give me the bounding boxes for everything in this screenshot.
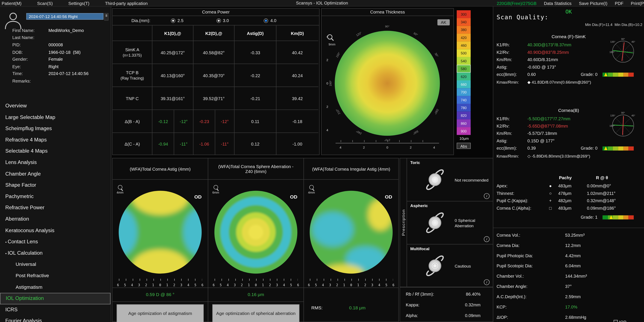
field-gender: Gender:Female bbox=[0, 55, 111, 63]
row-label-tnp: TNP C bbox=[112, 87, 152, 110]
ak-button[interactable]: AK bbox=[438, 19, 450, 25]
svg-text:120°: 120° bbox=[356, 31, 362, 37]
radio-selected-icon[interactable] bbox=[264, 18, 268, 23]
iop-checkbox[interactable]: IOP bbox=[614, 320, 626, 322]
apex-marker-icon: ● bbox=[549, 183, 552, 188]
menu-print[interactable]: Print(P bbox=[631, 1, 644, 5]
wfa-sphere-map: 6mm OD 6 5 4 3 2 1 0 1 2 3 4 5 6 bbox=[208, 180, 304, 288]
exam-scrollbar[interactable] bbox=[104, 13, 108, 20]
info-icon[interactable]: i bbox=[484, 279, 490, 285]
svg-text:180°: 180° bbox=[329, 80, 332, 86]
svg-text:9mm: 9mm bbox=[329, 43, 336, 46]
alpha-row: Alpha:0.09mm bbox=[406, 313, 480, 319]
sidebar-item-refractive-power[interactable]: Refractive Power bbox=[0, 202, 110, 214]
svg-text:2: 2 bbox=[326, 58, 328, 62]
color-scale: 300 340 380 420 460 500 540 580 620 660 … bbox=[457, 10, 472, 149]
rms-result: RMS: 0.18 μm bbox=[304, 288, 398, 322]
menu-pdf[interactable]: PDF bbox=[615, 1, 624, 5]
chamber-angle-row: Chamber Angle:37° bbox=[496, 284, 642, 291]
cell: 39.52@71° bbox=[194, 87, 234, 110]
wfa-irregular-panel: (WFA)Total Cornea Irregular Astig (4mm) bbox=[304, 158, 399, 322]
svg-text:330°: 330° bbox=[434, 108, 440, 115]
svg-text:2: 2 bbox=[363, 146, 365, 149]
checkbox-icon[interactable] bbox=[614, 320, 618, 322]
row-label-delta-ba: Δ(B - A) bbox=[112, 110, 152, 133]
radio-icon[interactable] bbox=[171, 18, 176, 23]
sidebar-item-icrs[interactable]: ICRS bbox=[0, 304, 110, 316]
sidebar-item-iol-optimization[interactable]: IOL Optimization bbox=[0, 293, 110, 304]
svg-text:2: 2 bbox=[410, 146, 412, 149]
sidebar-item-lens-analysis[interactable]: Lens Analysis bbox=[0, 157, 110, 168]
sidebar-item-overview[interactable]: Overview bbox=[0, 101, 110, 112]
dia-option-2-5[interactable]: 2.5 bbox=[171, 18, 184, 23]
svg-text:4: 4 bbox=[340, 146, 342, 149]
menu-patient[interactable]: Patient(M) bbox=[2, 1, 22, 5]
prescription-multifocal[interactable]: Multifocal Cautious i bbox=[407, 244, 493, 288]
dia-option-3-0[interactable]: 3.0 bbox=[216, 18, 229, 23]
cornea-vol-row: Cornea Vol.:53.25mm³ bbox=[496, 233, 642, 240]
prescription-toric[interactable]: Toric Not recommended i bbox=[407, 159, 493, 201]
wfa-irregular-title: (WFA)Total Cornea Irregular Astig (4mm) bbox=[304, 159, 398, 180]
menu-data-statistics[interactable]: Data Statistics bbox=[544, 1, 572, 5]
age-optimization-astig-button[interactable]: Age optimization of astigmatism bbox=[116, 305, 204, 322]
sidebar-item-universal[interactable]: Universal bbox=[0, 259, 110, 270]
menu-save-picture[interactable]: Save Picture(I) bbox=[579, 1, 608, 5]
exam-selector[interactable]: 2024-07-12 14:40:56 Right bbox=[26, 13, 104, 20]
radio-icon[interactable] bbox=[216, 18, 221, 23]
iop-row: ΔIOP:2.68mmHgIOP bbox=[496, 315, 642, 322]
sidebar-item-keratoconus-analysis[interactable]: Keratoconus Analysis bbox=[0, 225, 110, 236]
back-ecc-row: ecc(8mm):0.39Grade: 0 bbox=[496, 146, 642, 153]
menu-settings[interactable]: Settings(T) bbox=[68, 1, 89, 5]
sidebar-item-fourier-analysis[interactable]: Fourier Analysis bbox=[0, 316, 110, 322]
sidebar-item-selectable-4-maps[interactable]: Selectable 4 Maps bbox=[0, 146, 110, 157]
zoom-indicator: 6mm bbox=[212, 185, 219, 194]
age-optimization-sphere-button[interactable]: Age optimization of spherical aberration bbox=[212, 305, 300, 322]
apex-row: Apex:●483μm0.00mm@0° bbox=[496, 183, 642, 190]
row-label-tcp: TCP B(Ray Tracing) bbox=[112, 64, 152, 87]
scale-unit: 10μm bbox=[457, 137, 472, 141]
cell: 40.24 bbox=[276, 64, 318, 87]
cell: 0.11 bbox=[234, 110, 276, 133]
sidebar-item-shape-factor[interactable]: Shape Factor bbox=[0, 180, 110, 191]
sidebar-item-chamber-angle[interactable]: Chamber Angle bbox=[0, 168, 110, 180]
svg-text:0: 0 bbox=[386, 146, 388, 149]
sidebar-item-large-selectable-map[interactable]: Large Selectable Map bbox=[0, 112, 110, 123]
sidebar-item-aberration[interactable]: Aberration bbox=[0, 214, 110, 225]
diameter-selector: Dia.(mm): 2.5 3.0 4.0 bbox=[112, 16, 319, 25]
eye-label: OD bbox=[194, 194, 202, 200]
svg-text:180°: 180° bbox=[610, 51, 614, 53]
info-icon[interactable]: i bbox=[484, 236, 490, 242]
abs-mode-button[interactable]: Abs bbox=[457, 143, 471, 149]
svg-text:180°: 180° bbox=[610, 125, 614, 127]
axis-ticks: 6 5 4 3 2 1 0 1 2 3 4 5 6 bbox=[308, 283, 394, 287]
svg-text:2: 2 bbox=[326, 105, 328, 109]
sidebar-item-astigmatism[interactable]: Astigmatism bbox=[0, 282, 110, 293]
col-k1: K1(D),@ bbox=[152, 25, 194, 41]
eye-label: OD bbox=[385, 194, 392, 200]
menubar-right: 220GB(Free)/275GB Data Statistics Save P… bbox=[497, 0, 644, 6]
sidebar-item-contact-lens[interactable]: Contact Lens bbox=[0, 236, 110, 248]
sidebar-item-refractive-4-maps[interactable]: Refractive 4 Maps bbox=[0, 135, 110, 146]
prescription-strip: Prescription bbox=[400, 159, 407, 287]
scale-step: 740 bbox=[457, 96, 471, 104]
sidebar-item-post-refractive[interactable]: Post Refractive bbox=[0, 270, 110, 282]
sidebar-item-scheimpflug-images[interactable]: Scheimpflug Images bbox=[0, 123, 110, 135]
sidebar-item-pachymetric[interactable]: Pachymetric bbox=[0, 191, 110, 202]
info-icon[interactable]: i bbox=[484, 193, 490, 199]
magnifier-icon bbox=[309, 185, 314, 189]
dia-option-4-0[interactable]: 4.0 bbox=[264, 18, 276, 23]
front-axis-dial: 90° 45° 135° 180° bbox=[608, 36, 637, 65]
prescription-aspheric[interactable]: Aspheric 0 Spherical Aberration i bbox=[407, 201, 493, 245]
cell: 39.31@161° bbox=[152, 87, 194, 110]
menu-third-party[interactable]: Third-party application bbox=[105, 1, 148, 5]
grade-indicator bbox=[602, 73, 634, 77]
zoom-indicator: 4mm bbox=[308, 185, 315, 194]
sidebar-item-iol-calculation[interactable]: IOL Calculation bbox=[0, 248, 110, 259]
astig-result: 0.59 D @ 86 ° bbox=[112, 288, 208, 302]
wfa-astig-panel: (WFA)Total Cornea Astig (4mm) bbox=[112, 158, 208, 322]
col-astig: Astig(D) bbox=[234, 25, 276, 41]
scale-step: 780 bbox=[457, 104, 471, 112]
svg-text:60°: 60° bbox=[413, 32, 418, 37]
kappa-row: Kappa:0.32mm bbox=[406, 302, 480, 308]
menu-scan[interactable]: Scan(S) bbox=[37, 1, 53, 5]
